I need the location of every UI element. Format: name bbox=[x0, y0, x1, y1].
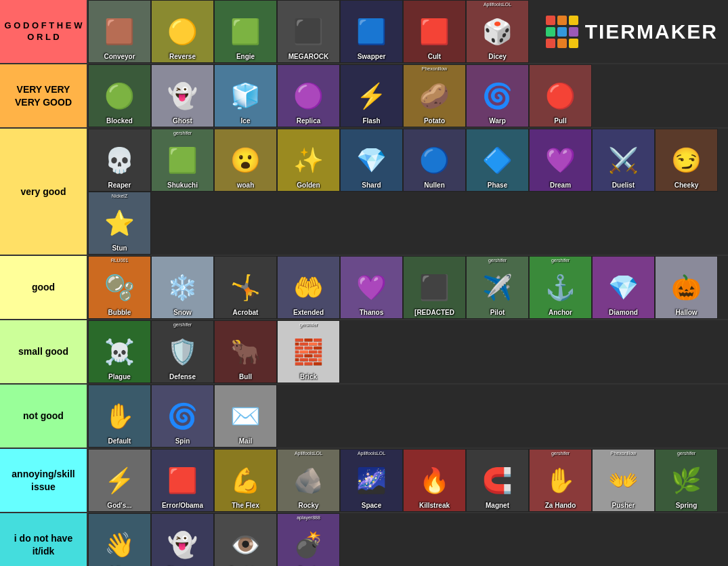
tier-item[interactable]: ⬛MEGAROCK bbox=[277, 0, 340, 63]
item-figure: 💣 bbox=[293, 533, 324, 557]
tier-item[interactable]: 🎃Hallow bbox=[655, 256, 718, 319]
item-label: Plague bbox=[89, 373, 150, 380]
item-figure: 🟫 bbox=[104, 20, 135, 44]
tier-item[interactable]: 💪The Flex bbox=[214, 449, 277, 512]
tier-item[interactable]: 🔷Phase bbox=[466, 129, 529, 192]
tier-item[interactable]: ✨Golden bbox=[277, 129, 340, 192]
item-username: ApillfoolsLOL bbox=[341, 451, 402, 456]
tier-item[interactable]: 🟥Cult bbox=[403, 0, 466, 63]
item-username: aplayer888 bbox=[278, 515, 339, 520]
item-label: Reverse bbox=[152, 53, 213, 60]
tier-item[interactable]: 👋Adios bbox=[88, 513, 151, 566]
tier-item[interactable]: 😏Cheeky bbox=[655, 129, 718, 192]
item-figure: 👻 bbox=[167, 533, 198, 557]
item-label: Flash bbox=[341, 117, 402, 125]
item-label: Mail bbox=[215, 437, 276, 445]
item-username: gershifer bbox=[152, 131, 213, 135]
tier-item[interactable]: ☠️Plague bbox=[88, 320, 151, 383]
logo-cell bbox=[569, 27, 578, 37]
tier-item[interactable]: 💎Shard bbox=[340, 129, 403, 192]
tier-item[interactable]: gershifer⚓Anchor bbox=[529, 256, 592, 319]
item-label: Anchor bbox=[530, 309, 591, 316]
item-figure: ✉️ bbox=[230, 404, 261, 429]
tier-item[interactable]: ApillfoolsLOL🪨Rocky bbox=[277, 449, 340, 512]
item-label: Engie bbox=[215, 53, 276, 60]
tier-item[interactable]: ApillfoolsLOL🌌Space bbox=[340, 449, 403, 512]
item-username: gershifer bbox=[152, 322, 213, 327]
tier-item[interactable]: ApillfoolsLOL🎲Dicey bbox=[466, 0, 529, 63]
tier-item[interactable]: 🟡Reverse bbox=[151, 0, 214, 63]
tier-label-ng: not good bbox=[0, 385, 88, 448]
header-label-cell: G O D O F T H E W O R L D bbox=[0, 0, 88, 63]
item-figure: 🟢 bbox=[104, 84, 135, 108]
tier-label-text: very good bbox=[21, 186, 66, 198]
tier-maker-container: G O D O F T H E W O R L D 🟫Conveyor🟡Reve… bbox=[0, 0, 728, 566]
item-label: [REDACTED bbox=[404, 309, 465, 316]
tier-item[interactable]: 🧊Ice bbox=[214, 64, 277, 127]
item-figure: 💀 bbox=[104, 148, 135, 173]
tier-item[interactable]: ⚡Flash bbox=[340, 64, 403, 127]
tier-item[interactable]: gershifer✈️Pilot bbox=[466, 256, 529, 319]
item-figure: 🔷 bbox=[482, 148, 513, 173]
tier-item[interactable]: 👻Ghost bbox=[151, 64, 214, 127]
tier-label-good: good bbox=[0, 256, 88, 319]
item-label: Ghost bbox=[152, 117, 213, 125]
item-label: Cheeky bbox=[656, 181, 717, 189]
tier-item[interactable]: Phexonillow👐Pusher bbox=[592, 449, 655, 512]
tier-item[interactable]: 🟢Blocked bbox=[88, 64, 151, 127]
tier-item[interactable]: NickelZ⭐Stun bbox=[88, 192, 151, 255]
tier-item[interactable]: 💜Dream bbox=[529, 129, 592, 192]
tier-item[interactable]: 👻Phantom bbox=[151, 513, 214, 566]
tier-item[interactable]: ⬛[REDACTED bbox=[403, 256, 466, 319]
item-label: MEGAROCK bbox=[278, 53, 339, 60]
tier-item[interactable]: 💜Thanos bbox=[340, 256, 403, 319]
item-label: Thanos bbox=[341, 309, 402, 316]
tier-item[interactable]: 🟫Conveyor bbox=[88, 0, 151, 63]
tier-item[interactable]: gershifer🛡️Defense bbox=[151, 320, 214, 383]
item-label: woah bbox=[215, 181, 276, 189]
tier-item[interactable]: 🌀Warp bbox=[466, 64, 529, 127]
tier-item[interactable]: gershifer🌿Spring bbox=[655, 449, 718, 512]
tier-item[interactable]: 😮woah bbox=[214, 129, 277, 192]
item-figure: 🔥 bbox=[419, 469, 450, 493]
item-figure: 🤸 bbox=[230, 276, 261, 300]
tier-item[interactable]: gershifer🧱Brick bbox=[277, 320, 340, 383]
tiermaker-logo: TiERMAKER bbox=[536, 10, 728, 53]
header-items-row: 🟫Conveyor🟡Reverse🟩Engie⬛MEGAROCK🟦Swapper… bbox=[88, 0, 728, 63]
item-figure: 👻 bbox=[167, 84, 198, 108]
tier-item[interactable]: 🌀Spin bbox=[151, 385, 214, 448]
tier-item[interactable]: Phexonillow🥔Potato bbox=[403, 64, 466, 127]
tier-item[interactable]: ⚔️Duelist bbox=[592, 129, 655, 192]
tier-item[interactable]: ❄️Snow bbox=[151, 256, 214, 319]
tier-item[interactable]: 🐂Bull bbox=[214, 320, 277, 383]
item-figure: 🌀 bbox=[167, 404, 198, 429]
tier-item[interactable]: RLU001🫧Bubble bbox=[88, 256, 151, 319]
item-figure: 🟩 bbox=[230, 20, 261, 44]
tier-item[interactable]: 🔴Pull bbox=[529, 64, 592, 127]
tier-item[interactable]: 🤲Extended bbox=[277, 256, 340, 319]
item-label: Replica bbox=[278, 117, 339, 125]
tier-item[interactable]: ✋Default bbox=[88, 385, 151, 448]
logo-cell bbox=[546, 16, 555, 25]
tier-item[interactable]: 🟩Engie bbox=[214, 0, 277, 63]
tier-item[interactable]: 🟥Error/Obama bbox=[151, 449, 214, 512]
tier-item[interactable]: 🔥Killstreak bbox=[403, 449, 466, 512]
tier-item[interactable]: 🟣Replica bbox=[277, 64, 340, 127]
tier-item[interactable]: 🤸Acrobat bbox=[214, 256, 277, 319]
tier-item[interactable]: 🔵Nullen bbox=[403, 129, 466, 192]
tier-item[interactable]: 🧲Magnet bbox=[466, 449, 529, 512]
item-label: Dream bbox=[530, 181, 591, 189]
item-label: Warp bbox=[467, 117, 528, 125]
tier-item[interactable]: 💎Diamond bbox=[592, 256, 655, 319]
tier-item[interactable]: ⚡God's... bbox=[88, 449, 151, 512]
tier-item[interactable]: 💀Reaper bbox=[88, 129, 151, 192]
tier-item[interactable]: gershifer✋Za Hando bbox=[529, 449, 592, 512]
tier-item[interactable]: gershifer🟩Shukuchi bbox=[151, 129, 214, 192]
item-label: Reaper bbox=[89, 181, 150, 189]
tier-item[interactable]: 👁️Spectator bbox=[214, 513, 277, 566]
tier-item[interactable]: ✉️Mail bbox=[214, 385, 277, 448]
logo-cell bbox=[557, 16, 567, 25]
tier-row-vvvg: VERY VERY VERY GOOD🟢Blocked👻Ghost🧊Ice🟣Re… bbox=[0, 64, 728, 129]
tier-item[interactable]: aplayer888💣Bomb bbox=[277, 513, 340, 566]
tier-item[interactable]: 🟦Swapper bbox=[340, 0, 403, 63]
